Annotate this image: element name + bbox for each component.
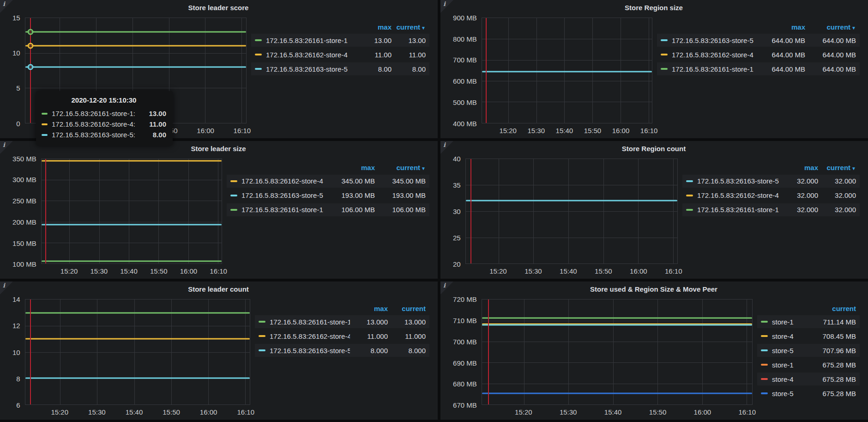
legend-series-toggle[interactable]: 172.16.5.83:26163-store-5 bbox=[259, 347, 350, 355]
panel-info-corner[interactable]: i bbox=[0, 281, 13, 294]
legend-column-header-max[interactable]: max bbox=[780, 164, 818, 171]
legend-row: 172.16.5.83:26163-store-58.0008.000 bbox=[255, 344, 429, 357]
legend-column-header-current[interactable]: current▼ bbox=[392, 23, 426, 31]
legend-series-toggle[interactable]: 172.16.5.83:26163-store-5 bbox=[230, 191, 324, 199]
panel-title[interactable]: Store leader count bbox=[5, 284, 432, 295]
plot-area[interactable] bbox=[482, 18, 652, 123]
h-gridline bbox=[482, 102, 652, 102]
legend-series-toggle[interactable]: 172.16.5.83:26161-store-1 bbox=[230, 206, 324, 214]
legend-column-header-current[interactable]: current bbox=[388, 305, 426, 312]
legend-column-header-current[interactable]: current▼ bbox=[818, 164, 856, 171]
x-axis-label: 15:20 bbox=[499, 127, 517, 135]
legend-series-toggle[interactable]: 172.16.5.83:26162-store-4 bbox=[259, 332, 350, 340]
legend-series-toggle[interactable]: 172.16.5.83:26163-store-5 bbox=[661, 37, 754, 44]
legend-series-name: 172.16.5.83:26163-store-5 bbox=[266, 65, 348, 73]
x-axis-label: 16:00 bbox=[630, 267, 647, 275]
panel-body: 720 MB710 MB700 MB690 MB680 MB670 MB 15:… bbox=[445, 295, 862, 418]
series-line bbox=[25, 312, 250, 313]
legend-column-header-max[interactable]: max bbox=[357, 23, 392, 31]
legend-series-toggle[interactable]: store-5 bbox=[761, 347, 804, 355]
series-color-dash-icon bbox=[761, 321, 768, 323]
legend-column-header-current[interactable]: current bbox=[804, 305, 856, 312]
y-axis-label: 25 bbox=[453, 234, 461, 242]
legend-series-toggle[interactable]: 172.16.5.83:26161-store-1 bbox=[661, 65, 754, 73]
y-axis-spacer bbox=[5, 123, 25, 136]
legend-series-name: store-1 bbox=[772, 318, 794, 326]
series-line bbox=[42, 260, 222, 262]
legend-series-toggle[interactable]: 172.16.5.83:26161-store-1 bbox=[255, 37, 357, 44]
legend-series-toggle[interactable]: 172.16.5.83:26162-store-4 bbox=[686, 191, 780, 199]
plot-area[interactable] bbox=[465, 159, 678, 264]
legend-series-toggle[interactable]: store-1 bbox=[761, 361, 804, 369]
v-gridline bbox=[205, 18, 205, 123]
panel-title[interactable]: Store Region count bbox=[445, 144, 862, 155]
panel-title[interactable]: Store used & Region Size & Move Peer bbox=[445, 284, 862, 295]
panel-body: 900 MB800 MB700 MB600 MB500 MB400 MB 15:… bbox=[445, 14, 862, 136]
series-color-dash-icon bbox=[255, 54, 262, 55]
panel-info-corner[interactable]: i bbox=[0, 0, 13, 13]
y-axis-label: 10 bbox=[12, 49, 20, 57]
panel-title[interactable]: Store leader score bbox=[5, 3, 432, 14]
plot-area[interactable] bbox=[41, 159, 222, 264]
series-line bbox=[25, 66, 246, 67]
plot-area[interactable] bbox=[482, 299, 753, 405]
legend-column-label: max bbox=[361, 164, 375, 171]
legend-series-toggle[interactable]: 172.16.5.83:26161-store-1 bbox=[686, 206, 780, 214]
info-icon: i bbox=[3, 141, 5, 148]
panel-info-corner[interactable]: i bbox=[440, 281, 453, 294]
cursor-line bbox=[470, 159, 471, 264]
v-gridline bbox=[568, 300, 569, 404]
series-color-dash-icon bbox=[230, 180, 237, 182]
panel-title[interactable]: Store Region size bbox=[445, 3, 862, 14]
x-axis-label: 15:30 bbox=[88, 408, 106, 416]
series-color-dash-icon bbox=[661, 39, 668, 41]
legend-series-name: 172.16.5.83:26163-store-5 bbox=[697, 177, 779, 185]
legend-series-toggle[interactable]: 172.16.5.83:26163-store-5 bbox=[686, 177, 780, 185]
legend-series-toggle[interactable]: store-1 bbox=[761, 318, 804, 326]
legend-series-toggle[interactable]: 172.16.5.83:26163-store-5 bbox=[255, 65, 357, 73]
panel-info-corner[interactable]: i bbox=[0, 141, 13, 154]
x-axis: 15:2015:3015:4015:5016:0016:10 bbox=[482, 123, 652, 136]
legend-series-toggle[interactable]: store-4 bbox=[761, 375, 804, 383]
graph-tooltip: 2020-12-20 15:10:30 172.16.5.83:26161-st… bbox=[36, 91, 173, 146]
legend-series-toggle[interactable]: 172.16.5.83:26162-store-4 bbox=[661, 51, 754, 59]
x-axis-label: 15:30 bbox=[560, 408, 577, 416]
legend-column-header-current[interactable]: current▼ bbox=[805, 23, 856, 31]
series-color-dash-icon bbox=[686, 180, 693, 182]
panel-store-used-region-size-move-peer: i Store used & Region Size & Move Peer 7… bbox=[440, 281, 868, 420]
v-gridline bbox=[499, 159, 499, 264]
legend-series-toggle[interactable]: 172.16.5.83:26162-store-4 bbox=[230, 177, 324, 185]
panel-info-corner[interactable]: i bbox=[440, 141, 453, 154]
legend-series-toggle[interactable]: 172.16.5.83:26162-store-4 bbox=[255, 51, 357, 59]
legend-column-header-current[interactable]: current▼ bbox=[375, 164, 426, 171]
legend-series-toggle[interactable]: store-5 bbox=[761, 390, 804, 398]
x-axis-label: 15:50 bbox=[595, 267, 612, 275]
info-icon: i bbox=[3, 282, 5, 289]
legend-column-header-max[interactable]: max bbox=[754, 23, 805, 31]
legend-row: 172.16.5.83:26162-store-411.00011.000 bbox=[255, 330, 429, 342]
legend-column-label: max bbox=[791, 23, 805, 31]
plot-area[interactable] bbox=[25, 299, 250, 405]
cursor-line bbox=[486, 18, 487, 123]
tooltip-series-value: 13.00 bbox=[149, 110, 166, 117]
x-axis: 15:2015:3015:4015:5016:0016:10 bbox=[465, 264, 678, 277]
legend-column-header-max[interactable]: max bbox=[324, 164, 375, 171]
legend-value: 644.00 MB bbox=[805, 65, 856, 73]
legend-series-name: 172.16.5.83:26161-store-1 bbox=[697, 206, 779, 214]
legend-value: 8.000 bbox=[388, 347, 426, 355]
panel-info-corner[interactable]: i bbox=[440, 0, 453, 13]
legend-column-label: current bbox=[396, 164, 420, 171]
legend-series-toggle[interactable]: store-4 bbox=[761, 332, 804, 340]
legend-value: 32.000 bbox=[780, 191, 818, 199]
y-axis-label: 5 bbox=[16, 84, 20, 92]
v-gridline bbox=[533, 159, 534, 264]
series-color-dash-icon bbox=[42, 134, 48, 136]
legend-column-header-max[interactable]: max bbox=[350, 305, 388, 312]
legend-series-name: 172.16.5.83:26162-store-4 bbox=[270, 332, 350, 340]
series-color-dash-icon bbox=[761, 392, 768, 394]
series-line bbox=[42, 160, 222, 162]
legend-series-toggle[interactable]: 172.16.5.83:26161-store-1 bbox=[259, 318, 350, 326]
legend-series-name: 172.16.5.83:26161-store-1 bbox=[270, 318, 350, 326]
x-axis: 15:2015:3015:4015:5016:0016:10 bbox=[25, 405, 250, 418]
y-axis-label: 15 bbox=[12, 14, 20, 22]
